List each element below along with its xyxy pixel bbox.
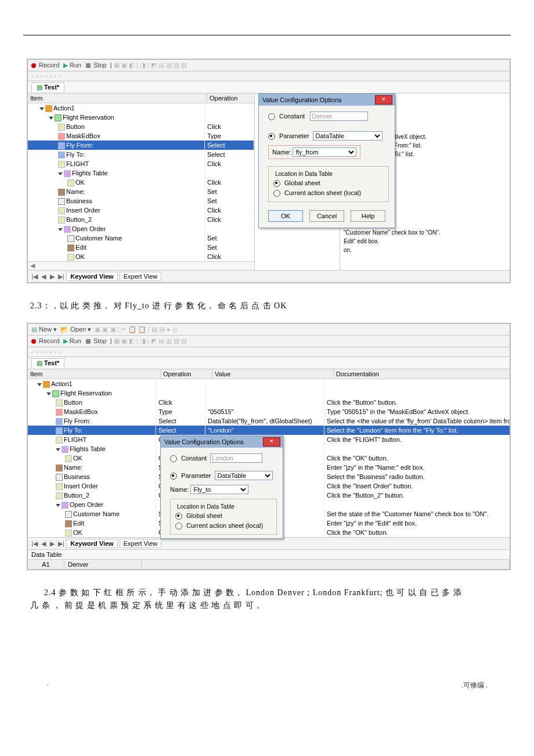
constant-radio[interactable]	[268, 113, 275, 120]
tree-row[interactable]: ButtonClick	[28, 122, 254, 131]
name-select[interactable]: Fly_to	[190, 485, 248, 494]
test-tab[interactable]: ▤ Test*	[31, 82, 64, 92]
tree-row[interactable]: Fly From:Select	[28, 141, 254, 150]
expand-icon[interactable]	[39, 107, 44, 110]
value-cell[interactable]	[205, 379, 324, 388]
operation-cell: Select	[156, 416, 205, 426]
expand-icon[interactable]	[49, 117, 53, 120]
doc-cell: Click the "Button" button.	[324, 398, 510, 407]
new-label[interactable]: New ▾	[39, 326, 57, 333]
record-label[interactable]: Record	[39, 62, 59, 69]
tree-item-label: Flight Reservation	[63, 114, 114, 121]
grid-row[interactable]: ButtonClickClick the "Button" button.	[28, 398, 510, 407]
tree-row[interactable]: Flight Reservation	[28, 113, 254, 122]
datatable-cell-b[interactable]: Denver	[64, 560, 142, 569]
datatable-row[interactable]: A1 Denver	[28, 559, 510, 569]
constant-input	[310, 111, 368, 121]
tree-row[interactable]: Open Order	[28, 224, 254, 233]
expand-icon[interactable]	[37, 383, 42, 386]
nav-first-icon[interactable]: |◀	[31, 540, 38, 548]
global-radio[interactable]	[175, 513, 182, 520]
stop-label[interactable]: Stop	[93, 337, 107, 344]
expand-icon[interactable]	[58, 228, 63, 231]
parameter-type-select[interactable]: DataTable	[313, 131, 383, 141]
btn-icon	[56, 437, 63, 444]
expand-icon[interactable]	[56, 448, 60, 451]
nav-prev-icon[interactable]: ◀	[40, 540, 47, 548]
item-label: Fly To:	[64, 427, 82, 434]
tree-row[interactable]: EditSet	[28, 243, 254, 252]
hscrollbar[interactable]: ◀	[28, 261, 254, 270]
grid-row[interactable]: Action1	[28, 379, 510, 388]
open-label[interactable]: Open ▾	[70, 326, 91, 333]
item-label: Flights Table	[70, 445, 106, 452]
nav-next-icon[interactable]: ▶	[49, 273, 56, 280]
tree-row[interactable]: Button_2Click	[28, 215, 254, 224]
nav-prev-icon[interactable]: ◀	[40, 273, 47, 280]
dialog-titlebar[interactable]: Value Configuration Options ✕	[259, 94, 395, 106]
nav-last-icon[interactable]: ▶|	[57, 540, 64, 548]
tree-row[interactable]: OKClick	[28, 178, 254, 187]
record-label[interactable]: Record	[39, 337, 59, 344]
grid-row[interactable]: Fly From:SelectDataTable("fly_from", dtG…	[28, 416, 510, 426]
tree-row[interactable]: OKClick	[28, 252, 254, 261]
name-select[interactable]: fly_from	[293, 147, 356, 157]
local-radio[interactable]	[175, 523, 182, 530]
grid-row[interactable]: Flight Reservation	[28, 388, 510, 398]
value-cell[interactable]: "London"	[205, 426, 324, 435]
datatable-cell-empty[interactable]	[142, 560, 510, 569]
tree-row[interactable]: FLIGHTClick	[28, 159, 254, 168]
parameter-radio[interactable]	[170, 473, 177, 480]
close-icon[interactable]: ✕	[375, 95, 392, 105]
global-radio[interactable]	[273, 180, 280, 187]
tree-row[interactable]: Name:Set	[28, 187, 254, 196]
tree-row[interactable]: BusinessSet	[28, 196, 254, 206]
constant-radio[interactable]	[170, 455, 177, 462]
keyword-view-tab[interactable]: Keyword View	[66, 272, 117, 281]
doc-cell: Type "050515" in the "MaskEdBox" ActiveX…	[324, 407, 510, 416]
parameter-radio[interactable]	[268, 133, 275, 140]
operation-cell: Type	[156, 407, 205, 416]
nav-next-icon[interactable]: ▶	[49, 540, 56, 548]
local-radio[interactable]	[273, 190, 280, 197]
value-cell[interactable]: DataTable("fly_from", dtGlobalSheet)	[205, 416, 324, 426]
tree-row[interactable]: Customer NameSet	[28, 233, 254, 243]
run-label[interactable]: Run	[70, 62, 81, 69]
doc-cell: Set the state of the "Customer Name" che…	[324, 509, 510, 519]
local-label: Current action sheet (local)	[284, 189, 361, 196]
active-icon	[56, 409, 63, 416]
column-headers: Item Operation	[28, 93, 254, 103]
ok-button[interactable]: OK	[268, 210, 303, 222]
keyword-view-tab[interactable]: Keyword View	[66, 539, 117, 548]
value-cell[interactable]: "050515"	[205, 407, 324, 416]
parameter-type-select[interactable]: DataTable	[215, 471, 273, 480]
tree-row[interactable]: Action1	[28, 103, 254, 113]
expand-icon[interactable]	[46, 393, 51, 395]
dialog-titlebar[interactable]: Value Configuration Options ✕	[161, 436, 283, 448]
expert-view-tab[interactable]: Expert View	[120, 539, 162, 548]
help-button[interactable]: Help	[351, 210, 385, 222]
grid-row[interactable]: MaskEdBoxType"050515"Type "050515" in th…	[28, 407, 510, 416]
tree-row[interactable]: Fly To:Select	[28, 150, 254, 159]
cancel-button[interactable]: Cancel	[309, 210, 344, 222]
run-label[interactable]: Run	[70, 337, 81, 344]
expand-icon[interactable]	[56, 504, 60, 507]
grid-row[interactable]: Fly To:Select"London"Select the "London"…	[28, 426, 510, 435]
test-tab[interactable]: ▤ Test*	[31, 358, 64, 368]
tree-row[interactable]: Flights Table	[28, 168, 254, 178]
item-header: Item	[28, 93, 207, 103]
nav-first-icon[interactable]: |◀	[31, 273, 38, 280]
value-cell[interactable]	[205, 388, 324, 398]
nav-last-icon[interactable]: ▶|	[57, 273, 64, 280]
expand-icon[interactable]	[58, 172, 63, 175]
tree-row[interactable]: MaskEdBoxType	[28, 131, 254, 141]
stop-label[interactable]: Stop	[93, 62, 107, 69]
value-cell[interactable]	[205, 398, 324, 407]
pencil-icon	[43, 381, 50, 388]
expert-view-tab[interactable]: Expert View	[120, 272, 162, 281]
close-icon[interactable]: ✕	[263, 437, 280, 447]
keyword-tree[interactable]: Action1Flight ReservationButtonClickMask…	[28, 103, 254, 261]
datatable-cell-a[interactable]: A1	[28, 560, 64, 569]
pencil-icon	[45, 105, 52, 112]
tree-row[interactable]: Insert OrderClick	[28, 206, 254, 215]
